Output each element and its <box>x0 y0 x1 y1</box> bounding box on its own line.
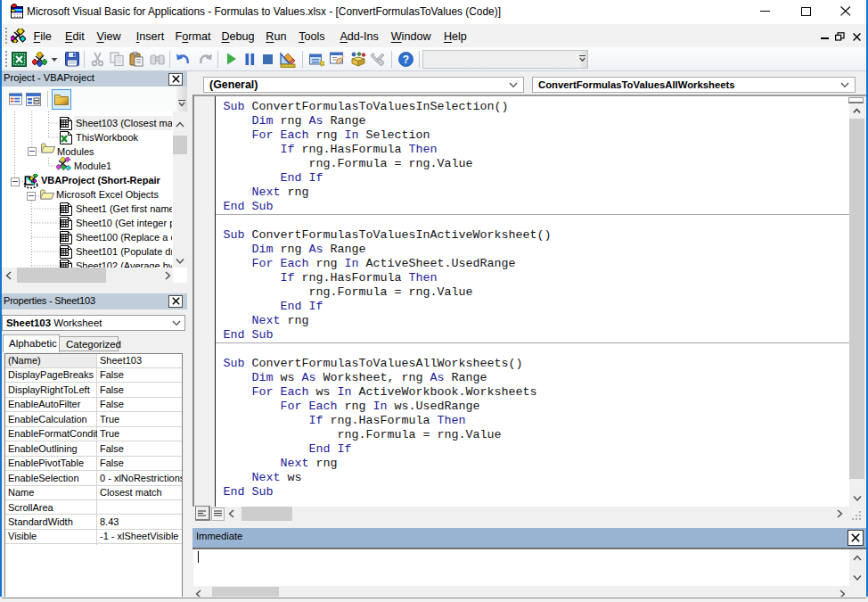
svg-text:?: ? <box>403 54 409 66</box>
